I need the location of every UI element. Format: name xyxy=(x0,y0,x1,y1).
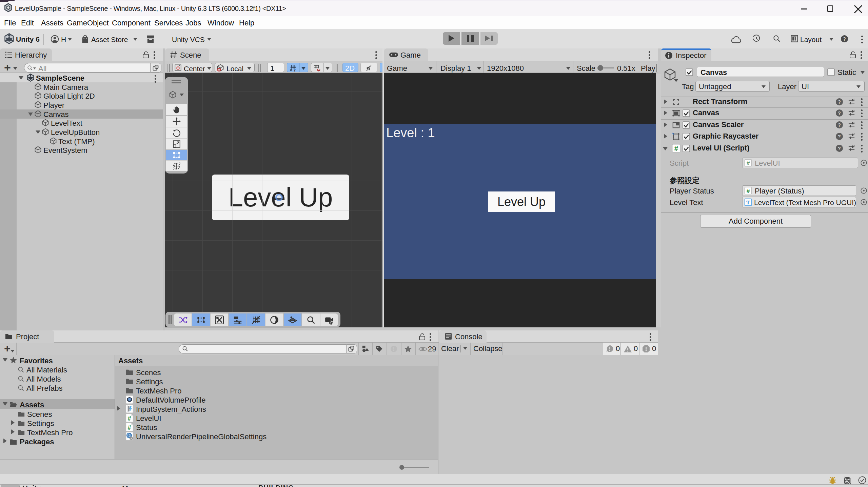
svg-text:#: # xyxy=(127,424,131,431)
svg-text:#: # xyxy=(127,415,131,422)
svg-text:#: # xyxy=(747,160,750,166)
svg-text:?: ? xyxy=(838,99,841,105)
svg-text:?: ? xyxy=(838,134,841,139)
svg-text:#: # xyxy=(747,187,750,194)
svg-text:?: ? xyxy=(838,110,841,116)
svg-text:?: ? xyxy=(838,122,841,128)
svg-text:?: ? xyxy=(843,36,846,42)
svg-text:?: ? xyxy=(838,146,841,151)
svg-text:Y: Y xyxy=(293,68,296,72)
svg-text:T: T xyxy=(746,199,750,206)
svg-text:#: # xyxy=(674,145,678,152)
